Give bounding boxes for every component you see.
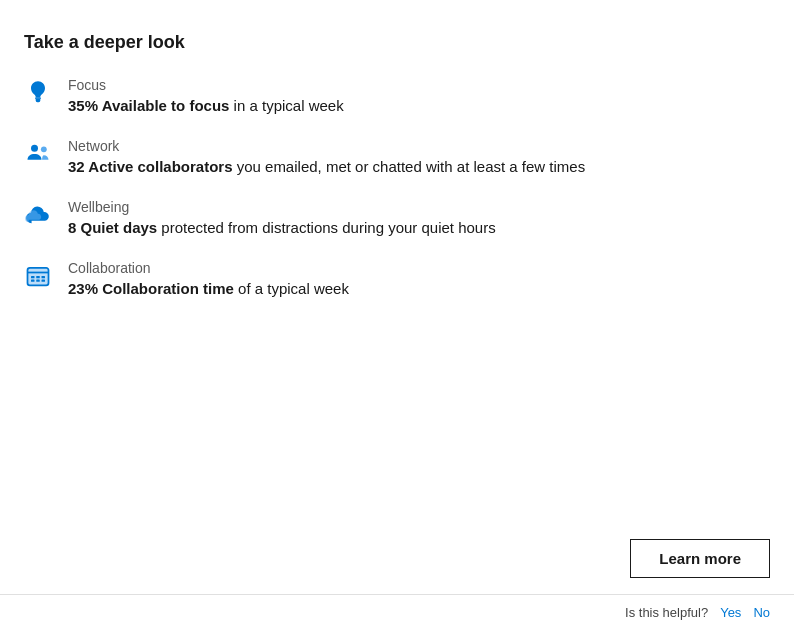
focus-item: Focus 35% Available to focus in a typica… xyxy=(24,77,770,114)
wellbeing-stat: 8 Quiet days protected from distractions… xyxy=(68,219,496,236)
helpful-label: Is this helpful? xyxy=(625,605,708,620)
focus-icon-col xyxy=(24,77,68,107)
network-stat-rest: you emailed, met or chatted with at leas… xyxy=(233,158,586,175)
collaboration-text: Collaboration 23% Collaboration time of … xyxy=(68,260,349,297)
learn-more-row: Learn more xyxy=(0,527,794,594)
wellbeing-icon-col xyxy=(24,199,68,229)
focus-stat-rest: in a typical week xyxy=(229,97,343,114)
svg-point-1 xyxy=(31,145,38,152)
focus-stat-bold: 35% Available to focus xyxy=(68,97,229,114)
people-icon xyxy=(24,140,52,168)
no-button[interactable]: No xyxy=(753,605,770,620)
focus-text: Focus 35% Available to focus in a typica… xyxy=(68,77,344,114)
network-item: Network 32 Active collaborators you emai… xyxy=(24,138,770,175)
wellbeing-category: Wellbeing xyxy=(68,199,496,215)
cloud-icon xyxy=(24,201,52,229)
calendar-icon xyxy=(24,262,52,290)
svg-rect-0 xyxy=(35,98,41,99)
network-stat-bold: 32 Active collaborators xyxy=(68,158,233,175)
svg-rect-6 xyxy=(31,276,35,278)
focus-stat: 35% Available to focus in a typical week xyxy=(68,97,344,114)
svg-rect-8 xyxy=(42,276,46,278)
collaboration-stat-bold: 23% Collaboration time xyxy=(68,280,234,297)
svg-rect-7 xyxy=(36,276,40,278)
lightbulb-icon xyxy=(24,79,52,107)
main-container: Take a deeper look Focus 35% Available t… xyxy=(0,0,794,297)
learn-more-button[interactable]: Learn more xyxy=(630,539,770,578)
collaboration-icon-col xyxy=(24,260,68,290)
collaboration-stat: 23% Collaboration time of a typical week xyxy=(68,280,349,297)
page-title: Take a deeper look xyxy=(24,32,770,53)
svg-rect-10 xyxy=(36,280,40,282)
wellbeing-text: Wellbeing 8 Quiet days protected from di… xyxy=(68,199,496,236)
collaboration-category: Collaboration xyxy=(68,260,349,276)
svg-point-2 xyxy=(41,146,47,152)
focus-category: Focus xyxy=(68,77,344,93)
network-icon-col xyxy=(24,138,68,168)
network-category: Network xyxy=(68,138,585,154)
wellbeing-item: Wellbeing 8 Quiet days protected from di… xyxy=(24,199,770,236)
svg-rect-9 xyxy=(31,280,35,282)
wellbeing-stat-bold: 8 Quiet days xyxy=(68,219,157,236)
network-text: Network 32 Active collaborators you emai… xyxy=(68,138,585,175)
collaboration-stat-rest: of a typical week xyxy=(234,280,349,297)
collaboration-item: Collaboration 23% Collaboration time of … xyxy=(24,260,770,297)
network-stat: 32 Active collaborators you emailed, met… xyxy=(68,158,585,175)
bottom-section: Learn more Is this helpful? Yes No xyxy=(0,527,794,632)
wellbeing-stat-rest: protected from distractions during your … xyxy=(157,219,496,236)
yes-button[interactable]: Yes xyxy=(720,605,741,620)
helpful-row: Is this helpful? Yes No xyxy=(0,595,794,632)
svg-rect-11 xyxy=(42,280,46,282)
